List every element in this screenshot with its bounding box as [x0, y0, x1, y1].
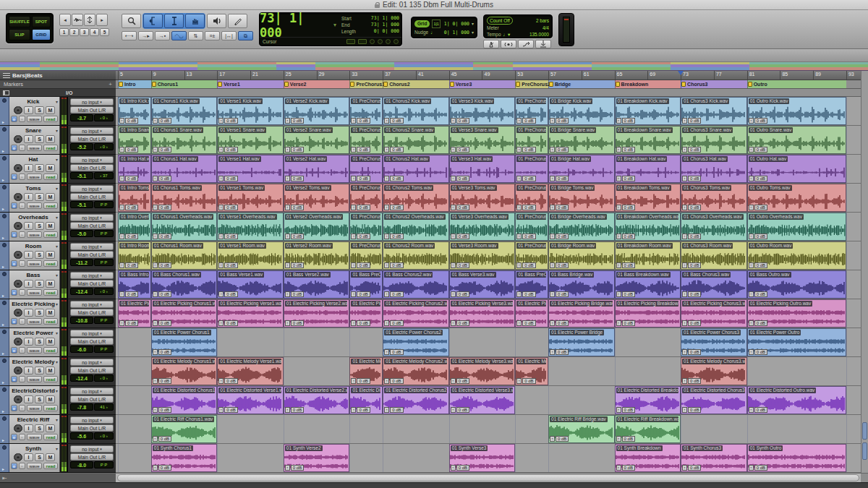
marker-Chorus2[interactable]: Chorus2	[383, 82, 409, 87]
marker-Verse1[interactable]: Verse1	[218, 82, 240, 87]
audio-clip[interactable]: 01 Intro Overheads.wav↑0 dB	[118, 213, 151, 241]
clip-gain-badge[interactable]: ↑0 dB	[384, 378, 403, 384]
markers-header-row[interactable]: Markers +	[0, 80, 116, 89]
conductor-button[interactable]	[535, 40, 551, 48]
audio-clip[interactable]: 01 Electric Picking Bridge.wav↑0 dB	[548, 299, 615, 328]
horizontal-scroll-thumb[interactable]	[117, 474, 859, 481]
clip-gain-badge[interactable]: ↑0 dB	[516, 147, 535, 153]
record-enable-button[interactable]	[14, 164, 22, 172]
clip-gain-badge[interactable]: ↑0 dB	[351, 262, 370, 268]
audio-clip[interactable]: 01 Chorus3 Room.wav↑0 dB	[681, 241, 747, 270]
clip-gain-badge[interactable]: ↑0 dB	[516, 262, 535, 268]
record-enable-button[interactable]	[14, 135, 22, 143]
track-options-caret-icon[interactable]: ▾	[56, 215, 58, 220]
track-view-selector[interactable]: wave	[27, 318, 43, 325]
track-color-strip[interactable]: ▸	[0, 357, 9, 385]
marker-Breakdown[interactable]: Breakdown	[616, 82, 649, 87]
track-color-strip[interactable]: ▸	[0, 97, 9, 125]
track-color-strip[interactable]: ▸	[0, 386, 9, 414]
solo-button[interactable]: S	[35, 251, 44, 259]
clip-gain-badge[interactable]: ↑0 dB	[516, 234, 535, 239]
audio-clip[interactable]: 01 Electric Distorted Chorus2.wav↑0 dB	[383, 386, 449, 414]
input-button[interactable]: I	[24, 367, 33, 374]
audio-clip[interactable]: 01 PreChorus2 Hat.wav↑0 dB	[515, 155, 548, 183]
track-name-bar[interactable]: ElectricDistortd▾	[11, 387, 58, 395]
clip-gain-badge[interactable]: ↑0 dB	[384, 234, 403, 239]
clip-gain-badge[interactable]: ↑0 dB	[451, 407, 469, 413]
audio-clip[interactable]: 01 PreChorus1 Toms.wav↑0 dB	[349, 184, 383, 212]
audio-clip[interactable]: 01 Electric Picking Verse1.wav↑0 dB	[217, 299, 284, 328]
vertical-scroll-thumb[interactable]	[862, 422, 867, 440]
midi-merge-button[interactable]	[518, 40, 534, 48]
clip-gain-badge[interactable]: ↑0 dB	[550, 349, 569, 355]
clip-gain-badge[interactable]: ↑0 dB	[351, 118, 370, 124]
clip-gain-badge[interactable]: ↑0 dB	[384, 262, 403, 268]
timebase-icon[interactable]: ◦	[19, 376, 25, 382]
clip-gain-badge[interactable]: ↑0 dB	[749, 349, 767, 355]
track-expand-dot[interactable]	[2, 330, 7, 334]
voice-selector-button[interactable]: o	[11, 405, 17, 411]
mirrored-midi-button[interactable]: ≡±	[205, 31, 220, 40]
tab-to-transient-button[interactable]: →▸	[138, 31, 153, 40]
audio-clip[interactable]: 01 Electric Riff Breakdown.wav↑0 dB	[615, 415, 681, 443]
audio-clip[interactable]: 01 Chorus1 Kick.wav↑0 dB	[151, 97, 218, 125]
output-selector[interactable]: Main Out L/R	[70, 251, 114, 258]
main-counter[interactable]: 73| 1| 000 ▾	[260, 13, 339, 37]
audio-clip[interactable]: 01 Chorus3 Toms.wav↑0 dB	[681, 184, 747, 212]
clip-gain-badge[interactable]: ↑0 dB	[616, 465, 635, 471]
audio-clip[interactable]: 01 Bass Verse1.wav↑0 dB	[217, 270, 284, 299]
solo-button[interactable]: S	[35, 453, 44, 461]
clip-gain-badge[interactable]: ↑0 dB	[153, 320, 171, 326]
audio-clip[interactable]: 01 Electric Picking Verse3.wav↑0 dB	[449, 299, 516, 328]
track-expand-dot[interactable]	[2, 416, 7, 421]
track-view-selector[interactable]: wave	[27, 202, 43, 209]
volume-readout[interactable]: -11.2	[70, 259, 93, 266]
clip-gain-badge[interactable]: ↑0 dB	[616, 234, 635, 239]
input-selector[interactable]: no input▾	[70, 185, 114, 192]
voice-selector-button[interactable]: o	[11, 116, 17, 122]
horizontal-zoom-icon[interactable]	[72, 14, 83, 26]
nudge-value-selector[interactable]: Nudge	[414, 29, 428, 36]
count-off-toggle[interactable]: Count Off	[487, 17, 513, 25]
audio-clip[interactable]: 01 PreChorus1 Kick.wav↑0 dB	[349, 97, 383, 125]
clip-gain-badge[interactable]: ↑0 dB	[218, 378, 237, 384]
input-selector[interactable]: no input▾	[70, 445, 114, 453]
track-view-selector[interactable]: wave	[27, 260, 43, 267]
mute-button[interactable]: M	[46, 367, 55, 374]
nudge-dropdown-icon[interactable]: ▾	[472, 29, 474, 36]
audio-clip[interactable]: 01 Chorus1 Overheads.wav↑0 dB	[151, 213, 218, 241]
audio-clip[interactable]: 01 Electric Picking Chorus3.wav↑0 dB	[681, 299, 747, 328]
audio-clip[interactable]: 01 Breakdown Overheads.wav↑0 dB	[615, 213, 681, 241]
clip-gain-badge[interactable]: ↑0 dB	[616, 118, 635, 124]
audio-clip[interactable]: 01 Electric Riff Chorus1.wav↑0 dB	[151, 415, 218, 443]
output-selector[interactable]: Main Out L/R	[70, 222, 114, 229]
audio-clip[interactable]: 01 Electric Power Chorus2↑0 dB	[383, 328, 449, 356]
track-name-bar[interactable]: Toms▾	[11, 184, 58, 192]
add-marker-button[interactable]: +	[109, 81, 112, 87]
audio-clip[interactable]: 01 Synth Verse2↑0 dB	[284, 444, 350, 472]
voice-selector-button[interactable]: o	[11, 289, 17, 296]
automation-mode-selector[interactable]: read	[43, 376, 58, 382]
volume-readout[interactable]: -12.4	[70, 288, 93, 295]
track-view-selector[interactable]: wave	[27, 463, 43, 469]
output-selector[interactable]: Main Out L/R	[70, 106, 114, 114]
audio-clip[interactable]: 01 Electric Distorted Verse1.wav↑0 dB	[217, 386, 284, 414]
mode-spot-button[interactable]: SPOT	[32, 16, 51, 27]
marker-Chorus1[interactable]: Chorus1	[152, 82, 178, 87]
output-selector[interactable]: Main Out L/R	[70, 135, 114, 142]
universe-segment-PreChorus1[interactable]	[276, 62, 316, 70]
clip-gain-badge[interactable]: ↑0 dB	[218, 176, 237, 181]
track-color-strip[interactable]: ▸	[0, 155, 9, 183]
automation-mode-selector[interactable]: read	[43, 260, 58, 267]
clip-gain-badge[interactable]: ↑0 dB	[285, 205, 304, 210]
audio-clip[interactable]: 01 Chorus3 Kick.wav↑0 dB	[681, 97, 747, 125]
audio-clip[interactable]: 01 Verse1 Hat.wav↑0 dB	[217, 155, 284, 183]
clip-gain-badge[interactable]: ↑0 dB	[384, 118, 403, 124]
universe-segment-Bridge[interactable]	[513, 62, 592, 70]
output-selector[interactable]: Main Out L/R	[70, 453, 114, 461]
horizontal-scrollbar[interactable]	[116, 474, 861, 482]
track-options-caret-icon[interactable]: ▾	[56, 157, 58, 162]
clip-gain-badge[interactable]: ↑0 dB	[516, 205, 535, 210]
automation-follows-button[interactable]: |↔|	[221, 31, 237, 40]
clip-gain-badge[interactable]: ↑0 dB	[153, 407, 171, 413]
